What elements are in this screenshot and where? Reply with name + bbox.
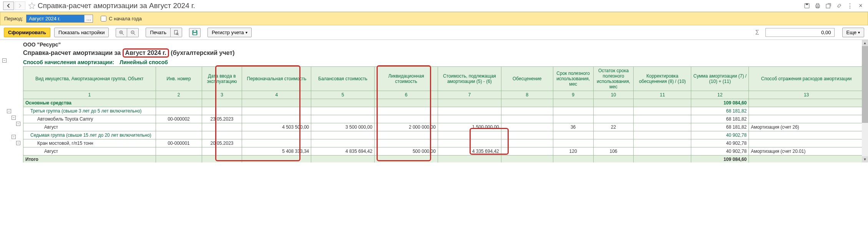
- report-area: − − − − − − ООО "Ресурс" Справка-расчет …: [0, 40, 868, 162]
- save-report-icon[interactable]: [803, 2, 811, 10]
- col-header: Сумма амортизации (7) / (10) + (11): [691, 67, 749, 91]
- period-label: Период:: [4, 16, 23, 22]
- favorite-star-icon[interactable]: [28, 2, 35, 9]
- cell: Август: [23, 123, 156, 131]
- cell: 40 902,78: [691, 131, 749, 139]
- cell: Амортизация (счет 26): [749, 123, 864, 131]
- col-num: 2: [156, 91, 202, 99]
- col-header: Способ отражения расходов амортизации: [749, 67, 864, 91]
- col-num: 13: [749, 91, 864, 99]
- link-icon[interactable]: [835, 2, 843, 10]
- item-row[interactable]: Автомобиль Toyota Camry 00-000002 23.05.…: [23, 115, 864, 123]
- scroll-down-icon[interactable]: ▼: [862, 156, 868, 162]
- nav-back-button[interactable]: [3, 2, 14, 10]
- cell: 2 000 000,00: [375, 123, 438, 131]
- col-num: 1: [23, 91, 156, 99]
- col-header: Дата ввода в эксплуатацию: [202, 67, 242, 91]
- cell: 4 835 694,42: [311, 147, 375, 156]
- col-num: 3: [202, 91, 242, 99]
- vertical-scrollbar[interactable]: ▲ ▼: [862, 40, 868, 162]
- group-row[interactable]: Седьмая группа (свыше 15 лет до 20 лет в…: [23, 131, 864, 139]
- col-header: Обесценение: [501, 67, 553, 91]
- report-title-suffix: (бухгалтерский учет): [171, 50, 234, 56]
- report-title-prefix: Справка-расчет амортизации за: [23, 50, 121, 56]
- cell: 23.05.2023: [202, 115, 242, 123]
- cell: 68 181,82: [691, 123, 749, 131]
- toolbar: Сформировать Показать настройки Печать Р…: [0, 25, 868, 40]
- print-button[interactable]: Печать: [146, 28, 171, 37]
- col-header: Корректировка обесценения (8) / (10): [634, 67, 691, 91]
- cell: Третья группа (свыше 3 лет до 5 лет вклю…: [23, 107, 156, 115]
- cell: 20.05.2023: [202, 139, 242, 147]
- save-button[interactable]: [189, 28, 201, 37]
- diskette-icon: [192, 30, 197, 35]
- col-header: Балансовая стоимость: [311, 67, 375, 91]
- report-table: Вид имущества, Амортизационная группа, О…: [23, 66, 864, 162]
- col-num: 4: [242, 91, 311, 99]
- print-preview-button[interactable]: [171, 28, 182, 37]
- report-method-line: Способ начисления амортизации: Линейный …: [23, 59, 864, 65]
- register-dropdown[interactable]: Регистр учета: [207, 28, 252, 37]
- col-num: 10: [593, 91, 634, 99]
- zoom-out-button[interactable]: [127, 28, 139, 37]
- group-row[interactable]: Третья группа (свыше 3 лет до 5 лет вклю…: [23, 107, 864, 115]
- from-year-start-input[interactable]: [101, 16, 106, 22]
- cell: 120: [553, 147, 593, 156]
- page-title: Справка-расчет амортизации за Август 202…: [38, 2, 803, 10]
- more-button[interactable]: Еще: [842, 28, 864, 37]
- col-num: 7: [438, 91, 501, 99]
- cell: 40 902,78: [691, 147, 749, 156]
- cell: Основные средства: [23, 99, 156, 107]
- sum-field[interactable]: [765, 28, 835, 37]
- col-num: 11: [634, 91, 691, 99]
- svg-rect-11: [194, 30, 196, 32]
- generate-button[interactable]: Сформировать: [4, 28, 50, 37]
- svg-rect-8: [174, 30, 178, 34]
- col-num: 8: [501, 91, 553, 99]
- month-row[interactable]: Август 5 408 333,34 4 835 694,42 500 000…: [23, 147, 864, 156]
- cell: 4 335 694,42: [438, 147, 501, 156]
- method-label: Способ начисления амортизации:: [23, 59, 114, 65]
- scroll-up-icon[interactable]: ▲: [862, 40, 868, 46]
- cell: 68 181,82: [691, 115, 749, 123]
- cell: 1 500 000,00: [438, 123, 501, 131]
- cell: 00-000001: [156, 139, 202, 147]
- zoom-in-button[interactable]: [116, 28, 127, 37]
- period-input[interactable]: [27, 15, 84, 22]
- period-picker-button[interactable]: …: [84, 15, 93, 22]
- cell: 109 084,60: [691, 99, 749, 107]
- show-settings-button[interactable]: Показать настройки: [54, 28, 109, 37]
- col-header: Инв. номер: [156, 67, 202, 91]
- arrow-right-icon: [18, 3, 22, 8]
- col-header: Срок полезного использования, мес: [553, 67, 593, 91]
- item-row[interactable]: Кран мостовой, г/п15 тонн 00-000001 20.0…: [23, 139, 864, 147]
- report-org: ООО "Ресурс": [23, 41, 864, 48]
- total-row[interactable]: Итого 109 084,60: [23, 156, 864, 163]
- col-header: Вид имущества, Амортизационная группа, О…: [23, 67, 156, 91]
- col-header: Стоимость, подлежащая амортизации (5) - …: [438, 67, 501, 91]
- col-num: 12: [691, 91, 749, 99]
- svg-rect-3: [817, 3, 819, 5]
- scroll-thumb[interactable]: [862, 46, 868, 123]
- cell: 68 181,82: [691, 107, 749, 115]
- sigma-icon: Σ: [755, 29, 759, 36]
- col-num: 6: [375, 91, 438, 99]
- arrow-left-icon: [6, 3, 11, 8]
- from-year-start-checkbox[interactable]: С начала года: [101, 16, 142, 22]
- section-row[interactable]: Основные средства 109 084,60: [23, 99, 864, 107]
- magnifier-plus-icon: [119, 30, 124, 35]
- cell: Амортизация (счет 20.01): [749, 147, 864, 156]
- print-icon[interactable]: [813, 2, 822, 10]
- cell: Седьмая группа (свыше 15 лет до 20 лет в…: [23, 131, 156, 139]
- more-menu-icon[interactable]: ⋮: [846, 2, 854, 10]
- close-icon[interactable]: ×: [856, 2, 865, 10]
- col-header: Ликвидационная стоимость: [375, 67, 438, 91]
- month-row[interactable]: Август 4 503 500,00 3 500 000,00 2 000 0…: [23, 123, 864, 131]
- external-window-icon[interactable]: [824, 2, 833, 10]
- nav-forward-button[interactable]: [15, 2, 25, 10]
- cell: Кран мостовой, г/п15 тонн: [23, 139, 156, 147]
- report-title: Справка-расчет амортизации за Август 202…: [23, 48, 864, 58]
- cell: Август: [23, 147, 156, 156]
- svg-rect-1: [806, 3, 808, 5]
- svg-rect-5: [826, 4, 830, 8]
